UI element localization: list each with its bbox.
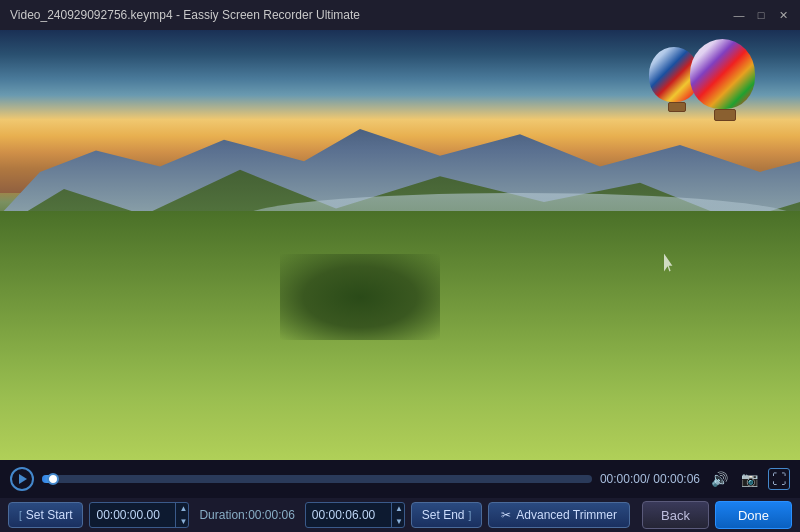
progress-bar[interactable] [42,475,592,483]
start-time-up[interactable]: ▲ [176,502,189,515]
window-controls: — □ ✕ [732,8,790,22]
end-time-down[interactable]: ▼ [392,515,405,528]
end-time-input-group[interactable]: ▲ ▼ [305,502,405,528]
back-button[interactable]: Back [642,501,709,529]
window-title: Video_240929092756.keymp4 - Eassiy Scree… [10,8,360,22]
scissors-icon: ✂ [501,508,511,522]
progress-thumb[interactable] [47,473,59,485]
bracket-left-icon: [ [19,510,22,521]
action-bar: [ Set Start ▲ ▼ Duration:00:00:06 ▲ ▼ Se… [0,498,800,532]
start-time-input-group[interactable]: ▲ ▼ [89,502,189,528]
set-start-button[interactable]: [ Set Start [8,502,83,528]
volume-button[interactable]: 🔊 [708,468,730,490]
end-time-input[interactable] [306,508,391,522]
set-end-label: Set End [422,508,465,522]
duration-display: Duration:00:00:06 [195,508,298,522]
set-start-label: Set Start [26,508,73,522]
time-display: 00:00:00/ 00:00:06 [600,472,700,486]
balloon-envelope-2 [690,39,755,109]
snapshot-button[interactable]: 📷 [738,468,760,490]
start-time-input[interactable] [90,508,175,522]
timeline-row: 00:00:00/ 00:00:06 🔊 📷 ⛶ [0,460,800,498]
video-player [0,30,800,460]
play-button[interactable] [10,467,34,491]
play-icon [19,474,27,484]
start-time-down[interactable]: ▼ [176,515,189,528]
bracket-right-icon: ] [469,510,472,521]
start-time-spinner: ▲ ▼ [175,502,189,528]
fullscreen-button[interactable]: ⛶ [768,468,790,490]
balloon-basket-2 [714,109,736,121]
titlebar: Video_240929092756.keymp4 - Eassiy Scree… [0,0,800,30]
close-button[interactable]: ✕ [776,8,790,22]
set-end-button[interactable]: Set End ] [411,502,482,528]
end-time-spinner: ▲ ▼ [391,502,405,528]
dark-foliage [280,254,440,340]
back-label: Back [661,508,690,523]
hot-air-balloon-2 [690,39,760,119]
end-time-up[interactable]: ▲ [392,502,405,515]
minimize-button[interactable]: — [732,8,746,22]
done-label: Done [738,508,769,523]
done-button[interactable]: Done [715,501,792,529]
maximize-button[interactable]: □ [754,8,768,22]
advanced-label: Advanced Trimmer [516,508,617,522]
balloon-basket-1 [668,102,686,112]
advanced-trimmer-button[interactable]: ✂ Advanced Trimmer [488,502,630,528]
